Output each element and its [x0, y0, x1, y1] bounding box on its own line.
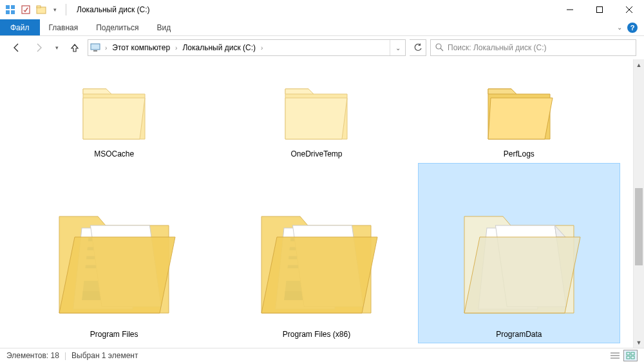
- folder-label: MSOCache: [94, 149, 134, 158]
- folder-item[interactable]: MSOCache: [13, 63, 215, 163]
- ribbon-tab-share[interactable]: Поделиться: [87, 19, 147, 35]
- folder-item[interactable]: PerfLogs: [418, 63, 620, 163]
- svg-rect-11: [91, 44, 100, 50]
- window-title: Локальный диск (C:): [77, 5, 150, 14]
- ribbon-tab-view[interactable]: Вид: [147, 19, 180, 35]
- address-row: ▾ › Этот компьютер › Локальный диск (C:)…: [0, 36, 644, 59]
- help-icon[interactable]: ?: [627, 23, 638, 33]
- nav-recent-dropdown[interactable]: ▾: [52, 39, 62, 57]
- folder-label: ProgramData: [496, 330, 542, 339]
- refresh-button[interactable]: [410, 39, 426, 56]
- nav-forward-button[interactable]: [30, 39, 48, 57]
- qat-dropdown-icon[interactable]: ▾: [52, 5, 58, 15]
- address-dropdown-icon[interactable]: ⌄: [390, 40, 405, 55]
- status-count: 18: [51, 351, 59, 360]
- breadcrumb-sep-icon[interactable]: ›: [102, 44, 109, 52]
- search-box[interactable]: [430, 39, 636, 56]
- expand-ribbon-icon[interactable]: ⌄: [617, 24, 622, 31]
- folder-label: PerfLogs: [504, 149, 535, 158]
- ribbon-tab-file[interactable]: Файл: [0, 19, 40, 35]
- status-count-label: Элементов:: [6, 351, 48, 360]
- computer-icon: [88, 43, 102, 52]
- breadcrumb-drive[interactable]: Локальный диск (C:): [180, 43, 258, 52]
- svg-rect-4: [22, 6, 30, 14]
- status-selected: Выбран 1 элемент: [71, 351, 138, 360]
- svg-point-13: [436, 44, 441, 49]
- svg-rect-12: [93, 50, 97, 52]
- ribbon-tab-home[interactable]: Главная: [40, 19, 88, 35]
- breadcrumb-sep-icon[interactable]: ›: [173, 44, 180, 52]
- folder-item[interactable]: OneDriveTemp: [215, 63, 417, 163]
- svg-rect-1: [11, 5, 15, 9]
- ribbon: Файл Главная Поделиться Вид ⌄ ?: [0, 19, 644, 36]
- minimize-button[interactable]: [555, 0, 585, 19]
- folder-icon: [75, 75, 153, 146]
- svg-rect-8: [597, 7, 603, 13]
- svg-rect-3: [11, 10, 15, 14]
- nav-up-button[interactable]: [66, 39, 84, 57]
- folder-icon: [451, 191, 587, 326]
- svg-rect-38: [627, 356, 630, 359]
- folder-icon: [46, 191, 182, 326]
- maximize-button[interactable]: [585, 0, 614, 19]
- scroll-up-icon[interactable]: ▲: [634, 59, 644, 70]
- folder-icon: [278, 75, 355, 146]
- breadcrumb-computer[interactable]: Этот компьютер: [109, 43, 173, 52]
- search-icon: [435, 43, 444, 53]
- svg-rect-37: [631, 352, 634, 355]
- title-bar: ▾ Локальный диск (C:): [0, 0, 644, 19]
- svg-line-14: [440, 48, 443, 51]
- folder-item[interactable]: ProgramData: [418, 163, 620, 343]
- qat-properties-icon[interactable]: [21, 5, 31, 15]
- vertical-scrollbar[interactable]: ▲ ▼: [633, 59, 644, 348]
- nav-back-button[interactable]: [8, 39, 26, 57]
- search-input[interactable]: [448, 43, 632, 52]
- svg-rect-36: [627, 352, 630, 355]
- svg-rect-6: [37, 6, 41, 8]
- folder-label: Program Files (x86): [283, 330, 350, 339]
- folder-icon: [480, 75, 558, 146]
- qat-app-icon[interactable]: [5, 5, 15, 15]
- address-bar[interactable]: › Этот компьютер › Локальный диск (C:) ›…: [88, 39, 406, 56]
- folder-icon: [249, 191, 384, 326]
- title-divider: [66, 4, 66, 15]
- scroll-down-icon[interactable]: ▼: [634, 337, 644, 348]
- view-large-icons-button[interactable]: [623, 350, 638, 361]
- folder-item[interactable]: Program Files: [13, 163, 215, 343]
- svg-rect-2: [6, 10, 10, 14]
- folder-label: OneDriveTemp: [290, 149, 342, 158]
- close-button[interactable]: [614, 0, 644, 19]
- qat-drive-icon: [36, 5, 46, 15]
- folder-label: Program Files: [90, 330, 138, 339]
- folder-item[interactable]: Program Files (x86): [215, 163, 417, 343]
- svg-rect-0: [6, 5, 10, 9]
- status-bar: Элементов: 18 | Выбран 1 элемент: [0, 348, 644, 362]
- breadcrumb-sep-icon[interactable]: ›: [258, 44, 265, 52]
- scroll-thumb[interactable]: [635, 188, 643, 265]
- svg-rect-39: [631, 356, 634, 359]
- view-details-button[interactable]: [608, 350, 622, 361]
- folder-view[interactable]: MSOCache OneDriveTemp PerfLogs: [0, 59, 633, 348]
